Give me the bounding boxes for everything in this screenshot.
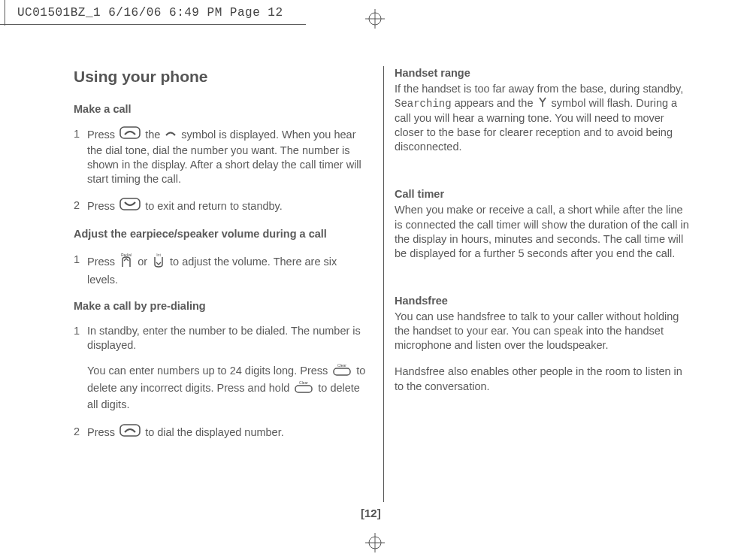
step-number: 1 (74, 127, 87, 187)
step-body: Press Redial or Int to adjust the volume… (87, 253, 373, 287)
imposition-slug: UC01501BZ_1 6/16/06 6:49 PM Page 12 (17, 6, 283, 20)
step-row: 2 Press to dial the displayed number. (74, 425, 373, 441)
svg-rect-11 (334, 368, 350, 375)
paragraph: You can enter numbers up to 24 digits lo… (87, 363, 368, 412)
text: Press (87, 129, 118, 141)
right-column: Handset range If the handset is too far … (395, 66, 694, 502)
column-divider (373, 66, 395, 502)
text: to dial the displayed number. (145, 425, 284, 437)
clear-key-icon: Clear (332, 362, 352, 380)
svg-rect-6 (120, 127, 140, 138)
crop-mark-vertical (5, 0, 5, 26)
registration-mark-bottom-icon (367, 534, 383, 554)
svg-rect-7 (120, 198, 140, 210)
step-body: Press to dial the displayed number. (87, 425, 373, 441)
paragraph: You can use handsfree to talk to your ca… (395, 310, 694, 353)
page-root: UC01501BZ_1 6/16/06 6:49 PM Page 12 Usin… (0, 0, 750, 560)
end-key-icon (119, 198, 141, 214)
divider-line (383, 66, 385, 502)
subhead-predialing: Make a call by pre-dialing (74, 299, 373, 313)
crop-mark-horizontal (0, 24, 306, 25)
step-body: Press to exit and return to standby. (87, 198, 373, 215)
talk-key-icon (119, 126, 141, 143)
page-title: Using your phone (74, 66, 373, 87)
text: If the handset is too far away from the … (395, 83, 683, 95)
text: Press (87, 256, 118, 268)
svg-text:Clear: Clear (337, 363, 346, 368)
step-row: 1 In standby, enter the number to be dia… (74, 324, 373, 413)
text: You can enter numbers up to 24 digits lo… (87, 365, 331, 377)
text: Press (87, 200, 118, 212)
step-number: 2 (74, 198, 87, 215)
registration-mark-top-icon (367, 11, 383, 30)
subhead-make-a-call: Make a call (74, 102, 373, 117)
step-number: 1 (74, 324, 87, 413)
subhead-adjust-volume: Adjust the earpiece/speaker volume durin… (74, 227, 373, 241)
talk-key-icon (119, 424, 141, 440)
text: the (145, 129, 163, 141)
subhead-handset-range: Handset range (395, 66, 694, 80)
step-row: 1 Press Redial or Int to adjust the volu… (74, 253, 373, 287)
step-number: 1 (74, 253, 87, 287)
content-columns: Using your phone Make a call 1 Press the… (74, 66, 694, 502)
subhead-handsfree: Handsfree (395, 294, 694, 308)
text: In standby, enter the number to be diale… (87, 324, 368, 353)
redial-up-key-icon: Redial (119, 252, 133, 272)
paragraph: When you make or receive a call, a short… (395, 203, 694, 261)
step-row: 2 Press to exit and return to standby. (74, 198, 373, 215)
antenna-icon (538, 96, 547, 110)
svg-rect-13 (295, 386, 312, 392)
paragraph: Handsfree also enables other people in t… (395, 365, 694, 393)
page-number: [12] (361, 507, 381, 519)
subhead-call-timer: Call timer (395, 187, 694, 201)
svg-rect-14 (120, 425, 140, 436)
text: or (138, 256, 150, 268)
step-body: Press the symbol is displayed. When you … (87, 127, 373, 187)
svg-text:Int: Int (156, 253, 161, 257)
text: to exit and return to standby. (145, 200, 283, 212)
svg-text:Clear: Clear (299, 380, 308, 385)
text: appears and the (452, 97, 537, 109)
mono-text: Searching (395, 98, 452, 110)
step-row: 1 Press the symbol is displayed. When yo… (74, 127, 373, 187)
step-number: 2 (74, 425, 87, 441)
text: Press (87, 425, 118, 437)
down-key-icon: Int (152, 252, 165, 272)
step-body: In standby, enter the number to be diale… (87, 324, 373, 413)
left-column: Using your phone Make a call 1 Press the… (74, 66, 373, 502)
svg-text:Redial: Redial (121, 253, 132, 257)
call-symbol-icon (165, 127, 177, 141)
paragraph: If the handset is too far away from the … (395, 82, 694, 154)
clear-key-icon: Clear (294, 380, 313, 397)
